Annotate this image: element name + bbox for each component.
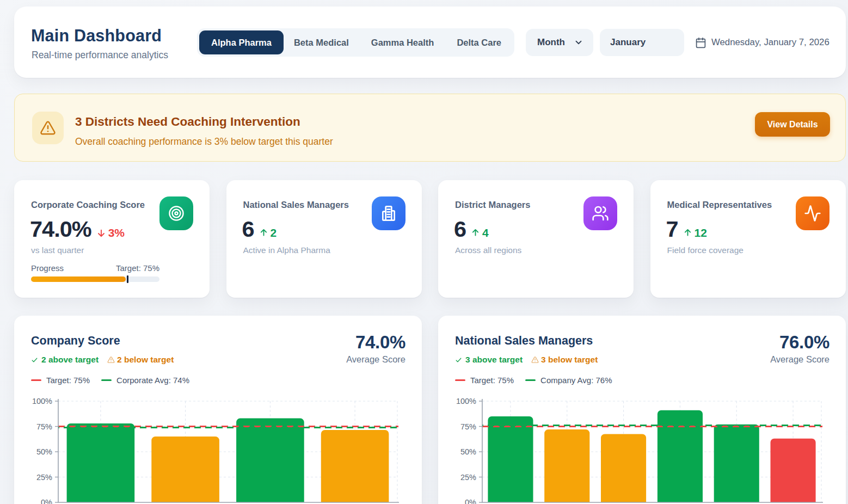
svg-text:50%: 50% [36, 447, 52, 456]
svg-text:0%: 0% [41, 498, 52, 504]
svg-text:50%: 50% [460, 447, 476, 456]
svg-text:0%: 0% [465, 498, 476, 504]
svg-text:100%: 100% [456, 397, 476, 405]
svg-text:75%: 75% [36, 422, 52, 431]
svg-text:100%: 100% [32, 397, 52, 405]
svg-text:25%: 25% [36, 473, 52, 482]
svg-text:75%: 75% [460, 422, 476, 431]
svg-text:25%: 25% [460, 473, 476, 482]
